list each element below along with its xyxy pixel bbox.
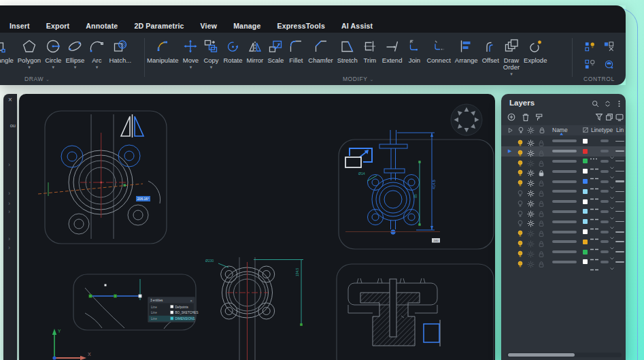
layer-row[interactable]: [501, 136, 626, 146]
ribbon-group-label-draw[interactable]: DRAW⌄: [0, 76, 144, 82]
chevron-right-icon[interactable]: ›: [8, 236, 10, 242]
chevron-down-icon[interactable]: ▾: [52, 65, 55, 69]
mirror-button[interactable]: Mirror: [244, 36, 265, 65]
column-header-linetype[interactable]: Linetype: [591, 127, 613, 133]
lineweight-sample[interactable]: [615, 221, 624, 222]
linetype-placeholder[interactable]: [600, 200, 609, 203]
layer-preview-icon[interactable]: [615, 112, 624, 121]
grip-handle[interactable]: [89, 295, 92, 297]
add-layer-icon[interactable]: [507, 112, 515, 121]
layer-color-swatch[interactable]: [583, 179, 588, 184]
drawing-canvas[interactable]: 206.16° 414.5 85 Ø14 240: [19, 94, 495, 360]
chevron-down-icon[interactable]: ▾: [28, 65, 31, 69]
offset-button[interactable]: Offset: [480, 36, 501, 65]
layer-name-placeholder[interactable]: [552, 170, 577, 173]
stretch-button[interactable]: Stretch: [335, 36, 360, 65]
chevron-right-icon[interactable]: ›: [8, 201, 10, 207]
layer-name-placeholder[interactable]: [552, 261, 577, 263]
menu-item-expresstools[interactable]: ExpressTools: [269, 22, 333, 30]
menu-item-annotate[interactable]: Annotate: [78, 22, 126, 30]
chevron-right-icon[interactable]: ›: [8, 245, 10, 251]
chamfer-button[interactable]: Chamfer: [306, 36, 335, 65]
lineweight-sample[interactable]: [615, 211, 624, 212]
draw-order-button[interactable]: Draw Order▾: [501, 36, 522, 77]
linetype-placeholder[interactable]: [600, 160, 609, 163]
kebab-menu-icon[interactable]: [615, 99, 624, 108]
hatch--button[interactable]: Hatch...: [107, 36, 133, 65]
layer-on-off-icon[interactable]: [517, 259, 524, 271]
extend-button[interactable]: Extend: [380, 36, 405, 65]
layer-color-swatch[interactable]: [583, 189, 588, 194]
layer-lock-icon[interactable]: [538, 259, 545, 271]
lineweight-sample[interactable]: [615, 191, 624, 192]
menu-item-2d-parametric[interactable]: 2D Parametric: [126, 22, 192, 30]
lineweight-sample[interactable]: [615, 150, 624, 152]
chevron-right-icon[interactable]: ›: [8, 191, 10, 197]
color-column-icon[interactable]: [582, 127, 589, 133]
close-icon[interactable]: ×: [3, 96, 17, 103]
bulb-column-icon[interactable]: [516, 126, 525, 135]
linetype-placeholder[interactable]: [600, 220, 609, 223]
delete-layer-icon[interactable]: [521, 112, 530, 121]
layer-row[interactable]: [501, 257, 626, 267]
circle-button[interactable]: Circle▾: [43, 36, 63, 70]
menu-item-view[interactable]: View: [192, 22, 226, 30]
layer-color-swatch[interactable]: [583, 219, 588, 224]
lineweight-sample[interactable]: [615, 231, 624, 233]
chevron-down-icon[interactable]: ▾: [74, 65, 77, 69]
scrollbar-thumb[interactable]: [508, 353, 575, 357]
linetype-placeholder[interactable]: [600, 170, 609, 173]
layer-color-swatch[interactable]: [583, 229, 588, 234]
chevron-down-icon[interactable]: ▾: [190, 65, 192, 69]
layer-color-swatch[interactable]: [583, 199, 588, 204]
chevron-down-icon[interactable]: ▾: [210, 65, 213, 69]
layer-row[interactable]: [501, 176, 626, 186]
grip-handle[interactable]: [114, 295, 116, 297]
layer-freeze-button[interactable]: [582, 57, 597, 73]
lineweight-sample[interactable]: [615, 251, 624, 252]
join-button[interactable]: Join: [404, 36, 424, 65]
horizontal-scrollbar[interactable]: [507, 353, 622, 357]
rectangle-button[interactable]: Rectangle: [0, 36, 16, 65]
fillet-button[interactable]: Fillet: [286, 36, 306, 65]
ribbon-group-label-modify[interactable]: MODIFY⌄: [145, 76, 572, 82]
layer-freeze-icon[interactable]: [527, 259, 535, 271]
manipulate-button[interactable]: Manipulate: [145, 36, 180, 65]
layer-row[interactable]: [501, 197, 626, 207]
chevron-right-icon[interactable]: ›: [8, 162, 10, 168]
lineweight-sample[interactable]: [615, 180, 624, 182]
chevron-right-icon[interactable]: ›: [8, 209, 10, 215]
expand-all-icon[interactable]: [507, 127, 513, 133]
linetype-placeholder[interactable]: [600, 140, 609, 142]
lineweight-sample[interactable]: [615, 141, 624, 142]
linetype-placeholder[interactable]: [600, 180, 609, 183]
lineweight-sample[interactable]: [615, 241, 624, 242]
layer-row[interactable]: [501, 166, 626, 176]
layer-color-swatch[interactable]: [583, 169, 588, 174]
layer-row[interactable]: [501, 247, 626, 257]
layer-select-button[interactable]: [601, 39, 616, 56]
collapse-icon[interactable]: [603, 99, 612, 108]
freeze-column-icon[interactable]: [526, 126, 535, 135]
lineweight-sample[interactable]: [615, 201, 624, 202]
layer-row[interactable]: [501, 237, 626, 247]
layer-name-placeholder[interactable]: [552, 190, 577, 193]
linetype-placeholder[interactable]: [600, 231, 609, 233]
layer-color-swatch[interactable]: [583, 149, 588, 154]
layer-row[interactable]: ▶: [501, 146, 626, 157]
move-button[interactable]: Move▾: [180, 36, 201, 70]
layer-color-swatch[interactable]: [583, 159, 588, 163]
search-icon[interactable]: [591, 99, 600, 108]
lineweight-sample[interactable]: [615, 261, 624, 263]
copy-button[interactable]: Copy▾: [201, 36, 221, 70]
linetype-placeholder[interactable]: [600, 190, 609, 193]
linetype-placeholder[interactable]: [600, 261, 609, 263]
trim-button[interactable]: Trim: [360, 36, 380, 65]
layer-match-button[interactable]: [601, 57, 616, 73]
layer-name-placeholder[interactable]: [552, 250, 577, 253]
layer-states-icon[interactable]: [605, 112, 613, 121]
linetype-placeholder[interactable]: [600, 150, 609, 152]
paint-layer-icon[interactable]: [535, 112, 543, 121]
menu-item-export[interactable]: Export: [38, 22, 78, 30]
linetype-placeholder[interactable]: [600, 250, 609, 253]
